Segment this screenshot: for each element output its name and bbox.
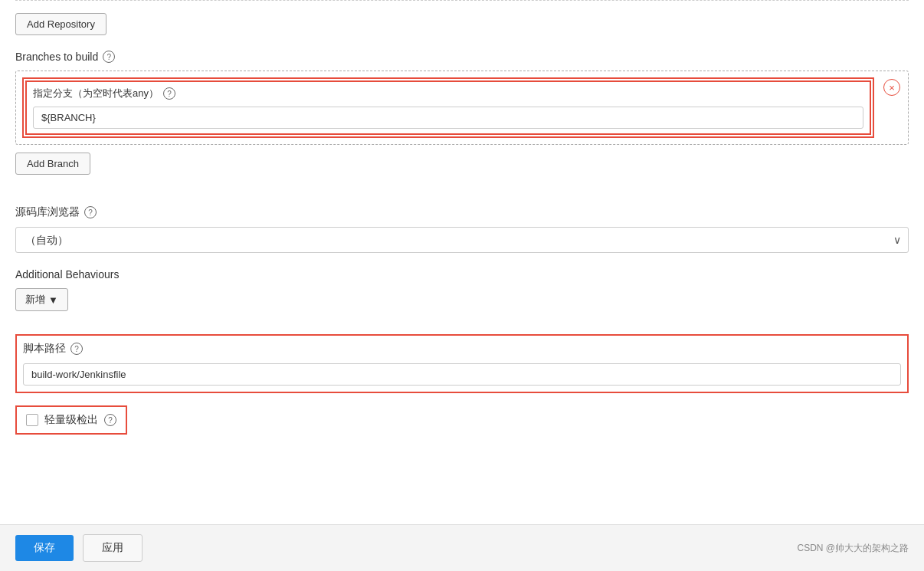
add-branch-button[interactable]: Add Branch	[15, 153, 90, 175]
source-browser-select[interactable]: （自动） FishEye ViewSVN Phabricator Diffusi…	[15, 227, 909, 253]
lightweight-checkout-checkbox[interactable]	[26, 414, 38, 426]
footer-watermark: CSDN @帅大大的架构之路	[797, 542, 909, 555]
footer-left: 保存 应用	[15, 534, 143, 562]
script-path-input[interactable]	[23, 363, 901, 386]
add-repository-button[interactable]: Add Repository	[15, 13, 106, 35]
footer-bar: 保存 应用 CSDN @帅大大的架构之路	[0, 524, 924, 571]
branches-to-build-section: Branches to build ? 指定分支（为空时代表any） ? × A…	[15, 51, 909, 190]
script-path-label: 脚本路径 ?	[23, 342, 901, 356]
branch-input[interactable]	[33, 107, 863, 129]
lightweight-checkout-help-icon[interactable]: ?	[104, 414, 116, 426]
source-browser-select-wrapper: （自动） FishEye ViewSVN Phabricator Diffusi…	[15, 227, 909, 253]
dropdown-arrow-icon: ▼	[48, 294, 58, 306]
branch-item-header: 指定分支（为空时代表any） ?	[33, 87, 863, 100]
branch-close-button[interactable]: ×	[883, 79, 900, 96]
branches-to-build-text: Branches to build	[15, 51, 98, 63]
lightweight-checkout-red-box: 轻量级检出 ?	[15, 405, 127, 435]
additional-behaviours-text: Additional Behaviours	[15, 268, 119, 281]
source-browser-label: 源码库浏览器 ?	[15, 205, 909, 219]
branch-field-label: 指定分支（为空时代表any）	[33, 87, 159, 100]
content-area: Add Repository Branches to build ? 指定分支（…	[0, 1, 924, 496]
additional-behaviours-section: Additional Behaviours 新增 ▼	[15, 268, 909, 311]
source-browser-help-icon[interactable]: ?	[84, 206, 97, 218]
apply-button[interactable]: 应用	[83, 534, 143, 562]
branch-item-container: 指定分支（为空时代表any） ? ×	[15, 71, 909, 145]
save-button[interactable]: 保存	[15, 535, 74, 561]
add-behaviour-label: 新增	[25, 293, 45, 307]
script-path-help-icon[interactable]: ?	[70, 343, 83, 355]
page-wrapper: Add Repository Branches to build ? 指定分支（…	[0, 0, 924, 571]
script-path-red-box: 脚本路径 ?	[15, 334, 909, 393]
script-path-text: 脚本路径	[23, 342, 66, 356]
branch-item-red-outline: 指定分支（为空时代表any） ?	[25, 80, 871, 135]
additional-behaviours-label: Additional Behaviours	[15, 268, 909, 281]
source-browser-section: 源码库浏览器 ? （自动） FishEye ViewSVN Phabricato…	[15, 205, 909, 253]
source-browser-text: 源码库浏览器	[15, 205, 80, 219]
add-behaviour-button[interactable]: 新增 ▼	[15, 288, 68, 311]
branches-to-build-label: Branches to build ?	[15, 51, 909, 63]
lightweight-checkout-label: 轻量级检出	[44, 413, 98, 427]
branches-help-icon[interactable]: ?	[103, 51, 115, 63]
branch-field-help-icon[interactable]: ?	[163, 87, 175, 100]
